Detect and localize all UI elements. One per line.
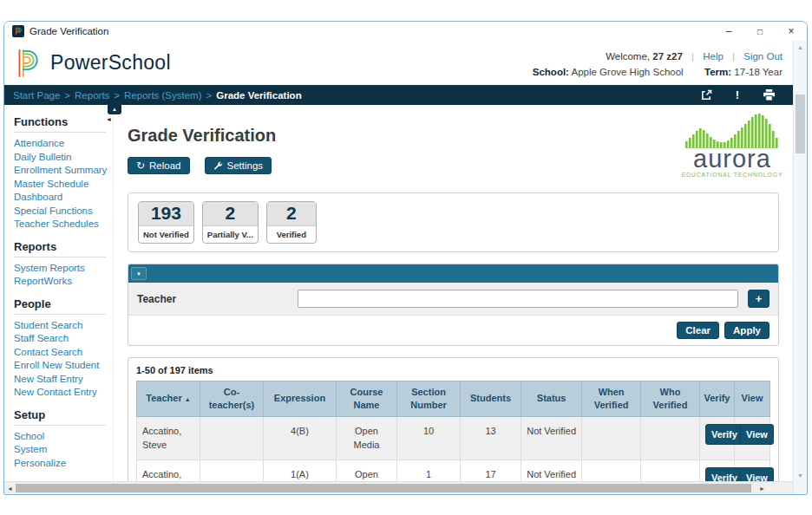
settings-button[interactable]: Settings (205, 157, 272, 174)
sidebar-item-teacher-schedules[interactable]: Teacher Schedules (14, 218, 113, 231)
aurora-tagline: EDUCATIONAL TECHNOLOGY (680, 172, 784, 178)
aurora-bars-graphic (684, 114, 781, 148)
sidebar-item-enroll-new-student[interactable]: Enroll New Student (14, 359, 113, 373)
cell-co-teachers (200, 416, 264, 460)
breadcrumb-current: Grade Verification (216, 90, 301, 101)
column-header-who-verified[interactable]: Who Verified (641, 381, 700, 417)
sidebar-item-system[interactable]: System (14, 443, 113, 457)
divider (14, 425, 106, 426)
school-term-line: School: Apple Grove High School Term: 17… (533, 67, 783, 77)
reload-button[interactable]: ↻ Reload (128, 157, 190, 174)
alert-icon[interactable]: ! (736, 88, 739, 101)
cell-course-name: Open Media (336, 460, 396, 481)
column-header-teacher[interactable]: Teacher ▲ (137, 381, 200, 417)
column-header-students[interactable]: Students (461, 381, 521, 417)
verify-button[interactable]: Verify (705, 424, 743, 446)
scroll-up-icon[interactable]: ▲ (794, 44, 807, 50)
sidebar-item-reportworks[interactable]: ReportWorks (14, 275, 113, 289)
sidebar-item-student-search[interactable]: Student Search (14, 319, 113, 333)
signout-link[interactable]: Sign Out (743, 51, 783, 62)
sidebar-item-new-contact-entry[interactable]: New Contact Entry (14, 386, 113, 400)
term-value[interactable]: 17-18 Year (734, 67, 783, 77)
breadcrumb-start-page[interactable]: Start Page (13, 90, 60, 101)
app-header: PowerSchool Welcome, 27 z27 | Help | Sig… (4, 41, 793, 85)
apply-button[interactable]: Apply (724, 322, 769, 339)
sidebar-item-daily-bulletin[interactable]: Daily Bulletin (14, 151, 113, 165)
sidebar-item-master-schedule[interactable]: Master Schedule (14, 178, 113, 192)
column-header-when-verified[interactable]: When Verified (582, 381, 641, 417)
vertical-scrollbar-thumb[interactable] (796, 95, 805, 153)
close-icon[interactable]: × (776, 22, 807, 41)
maximize-icon[interactable]: □ (744, 22, 776, 41)
separator: | (685, 51, 700, 62)
sidebar-item-attendance[interactable]: Attendance (14, 137, 113, 151)
sidebar: Functions Attendance Daily Bulletin Enro… (4, 105, 114, 481)
cell-co-teachers (200, 460, 264, 481)
stat-label: Partially V... (203, 225, 258, 243)
aurora-wordmark: aurora (680, 148, 784, 170)
powerschool-p-mark (16, 48, 42, 79)
column-header-co-teachers[interactable]: Co-teacher(s) (200, 381, 264, 417)
external-link-icon[interactable] (701, 89, 712, 101)
vertical-scrollbar[interactable]: ▲ ▼ (793, 41, 807, 494)
sidebar-item-special-functions[interactable]: Special Functions (14, 205, 113, 218)
view-button[interactable]: View (740, 424, 774, 446)
cell-teacher: Accatino, Steve (137, 460, 200, 481)
add-filter-button[interactable]: + (748, 290, 769, 308)
column-header-status[interactable]: Status (521, 381, 582, 417)
cell-teacher: Accatino, Steve (137, 416, 200, 460)
table-row: Accatino, Steve 1(A) Open Media 1 17 Not… (137, 460, 770, 481)
view-button[interactable]: View (740, 467, 774, 481)
sidebar-collapse-icon[interactable]: ◄ (106, 116, 112, 122)
cell-expression: 4(B) (264, 416, 337, 460)
scroll-left-icon[interactable]: ◄ (7, 482, 13, 494)
horizontal-scrollbar[interactable]: ◄ ► (4, 481, 793, 494)
powerschool-logo[interactable]: PowerSchool (4, 41, 171, 85)
teacher-filter-input[interactable] (298, 290, 738, 308)
printer-icon[interactable] (763, 89, 776, 101)
minimize-icon[interactable]: – (713, 22, 744, 41)
breadcrumb-reports-system[interactable]: Reports (System) (124, 90, 201, 101)
collapse-up-icon[interactable]: ▲ (108, 105, 121, 114)
sidebar-item-school[interactable]: School (14, 430, 113, 444)
table-header-row: Teacher ▲ Co-teacher(s) Expression Cours… (137, 381, 770, 417)
verify-button[interactable]: Verify (705, 467, 743, 481)
scroll-down-icon[interactable]: ▼ (794, 473, 807, 479)
sidebar-item-dashboard[interactable]: Dashboard (14, 191, 113, 205)
sidebar-item-system-reports[interactable]: System Reports (14, 262, 113, 276)
school-value[interactable]: Apple Grove High School (572, 67, 684, 77)
separator: | (726, 51, 741, 62)
breadcrumb-separator: > (202, 90, 217, 101)
sidebar-item-contact-search[interactable]: Contact Search (14, 346, 113, 360)
clear-button[interactable]: Clear (677, 322, 719, 339)
column-header-course-name[interactable]: Course Name (336, 381, 396, 417)
main-content: aurora EDUCATIONAL TECHNOLOGY Grade Veri… (114, 105, 793, 481)
sidebar-section-functions: Functions (14, 115, 113, 128)
breadcrumb-reports[interactable]: Reports (75, 90, 109, 101)
sidebar-item-staff-search[interactable]: Staff Search (14, 332, 113, 346)
horizontal-scrollbar-thumb[interactable] (16, 484, 751, 492)
stats-panel: 193 Not Verified 2 Partially V... 2 Veri… (128, 192, 779, 252)
filter-collapse-button[interactable]: ▼ (131, 267, 147, 280)
stat-card-not-verified[interactable]: 193 Not Verified (138, 201, 194, 244)
sidebar-item-personalize[interactable]: Personalize (14, 457, 113, 471)
scroll-right-icon[interactable]: ► (759, 482, 765, 494)
cell-status: Not Verified (521, 416, 582, 460)
chevron-down-icon: ▼ (136, 271, 141, 277)
sidebar-item-new-staff-entry[interactable]: New Staff Entry (14, 373, 113, 387)
help-link[interactable]: Help (703, 51, 724, 62)
stat-card-partially-verified[interactable]: 2 Partially V... (202, 201, 259, 244)
window-titlebar: Grade Verification – □ × (4, 22, 807, 41)
school-label: School: (533, 67, 569, 77)
cell-who-verified (641, 416, 700, 460)
stat-value: 2 (203, 202, 258, 225)
cell-expression: 1(A) (264, 460, 337, 481)
sidebar-item-enrollment-summary[interactable]: Enrollment Summary (14, 164, 113, 178)
sidebar-section-people: People (14, 297, 113, 310)
column-header-section-number[interactable]: Section Number (397, 381, 461, 417)
powerschool-app-icon (12, 25, 24, 37)
column-header-expression[interactable]: Expression (264, 381, 337, 417)
stat-card-verified[interactable]: 2 Verified (266, 201, 317, 244)
filter-header-bar: ▼ (128, 264, 778, 283)
divider (14, 314, 106, 315)
